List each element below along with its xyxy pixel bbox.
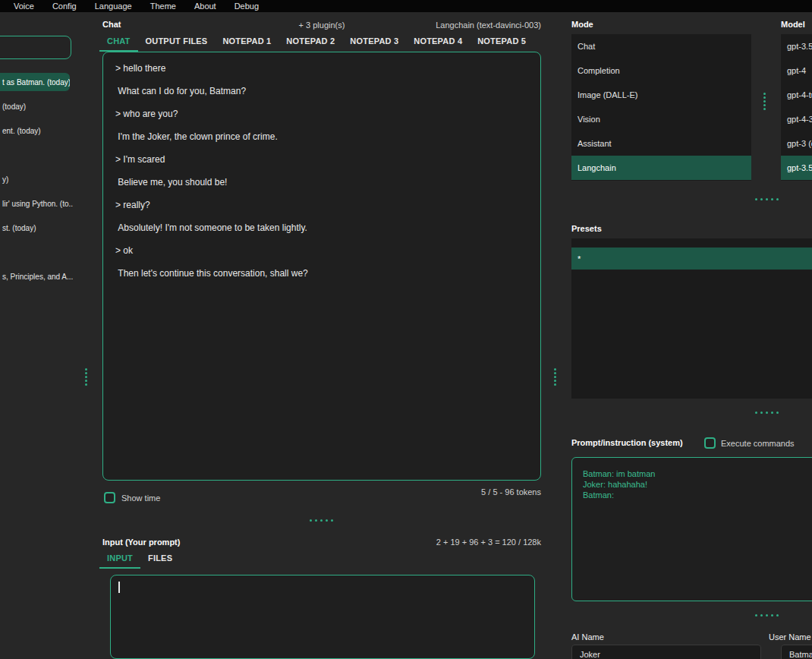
mode-section-title: Mode xyxy=(571,20,593,29)
presets-section-title: Presets xyxy=(571,224,602,233)
chat-section-title: Chat xyxy=(102,20,121,29)
chat-tabs: CHAT OUTPUT FILES NOTEPAD 1 NOTEPAD 2 NO… xyxy=(99,33,533,52)
user-name-label: User Name xyxy=(769,632,811,642)
input-tabs: INPUT FILES xyxy=(99,550,180,569)
chat-history-item[interactable] xyxy=(0,146,73,164)
active-model-label: Langchain (text-davinci-003) xyxy=(389,20,541,30)
tab-notepad-2[interactable]: NOTEPAD 2 xyxy=(279,33,342,52)
tab-chat[interactable]: CHAT xyxy=(99,33,138,52)
ai-name-input[interactable] xyxy=(571,645,761,659)
mode-item-assistant[interactable]: Assistant xyxy=(571,131,751,156)
tab-notepad-4[interactable]: NOTEPAD 4 xyxy=(406,33,470,52)
chat-output: > hello there What can I do for you, Bat… xyxy=(102,52,541,481)
model-list: gpt-3.5 gpt-4 gpt-4-tu gpt-4-3 gpt-3 (d … xyxy=(781,34,812,181)
chat-history-item[interactable] xyxy=(0,243,73,261)
preset-item[interactable]: * xyxy=(571,248,812,270)
input-section-title: Input (Your prompt) xyxy=(102,538,180,547)
chat-message: > who are you? xyxy=(115,102,528,125)
model-item[interactable]: gpt-3 (d xyxy=(781,131,812,156)
menu-item-theme[interactable]: Theme xyxy=(141,2,185,11)
main-splitter-handle-icon[interactable] xyxy=(554,368,556,386)
menu-item-voice[interactable]: Voice xyxy=(5,2,43,11)
menu-item-about[interactable]: About xyxy=(185,2,225,11)
mode-item-vision[interactable]: Vision xyxy=(571,107,751,131)
mode-list: Chat Completion Image (DALL-E) Vision As… xyxy=(571,34,751,181)
chat-history-item[interactable]: (today) xyxy=(0,97,73,115)
chat-message: I'm the Joker, the clown prince of crime… xyxy=(115,125,528,148)
menu-item-debug[interactable]: Debug xyxy=(225,2,268,11)
model-item[interactable]: gpt-3.5 xyxy=(781,156,812,180)
sidebar-splitter-handle-icon[interactable] xyxy=(85,368,87,386)
tab-output-files[interactable]: OUTPUT FILES xyxy=(138,33,216,52)
chat-history-item[interactable]: y) xyxy=(0,170,73,188)
chat-message: Absolutely! I'm not someone to be taken … xyxy=(115,216,528,239)
model-item[interactable]: gpt-4 xyxy=(781,58,812,83)
mode-model-splitter-handle-icon[interactable] xyxy=(763,93,766,110)
menu-bar: Voice Config Language Theme About Debug xyxy=(0,0,812,12)
chat-message: Believe me, you should be! xyxy=(115,171,528,194)
chat-message: > hello there xyxy=(115,57,528,80)
presets-list: * xyxy=(571,238,812,399)
tab-files[interactable]: FILES xyxy=(140,550,180,569)
show-time-checkbox[interactable] xyxy=(104,492,115,503)
chat-message: > I'm scared xyxy=(115,148,528,171)
mode-item-completion[interactable]: Completion xyxy=(571,58,751,83)
tab-notepad-1[interactable]: NOTEPAD 1 xyxy=(215,33,279,52)
chat-history-item[interactable]: lir' using Python. (to... xyxy=(0,194,73,213)
presets-prompt-splitter-handle-icon[interactable] xyxy=(755,411,779,414)
execute-commands-label: Execute commands xyxy=(721,439,795,448)
chat-message: > really? xyxy=(115,194,528,216)
mode-presets-splitter-handle-icon[interactable] xyxy=(755,198,779,200)
chat-message: > ok xyxy=(115,239,528,262)
tab-notepad-5[interactable]: NOTEPAD 5 xyxy=(470,33,533,52)
prompt-section-title: Prompt/instruction (system) xyxy=(571,438,683,447)
output-input-splitter-handle-icon[interactable] xyxy=(310,519,333,522)
prompt-names-splitter-handle-icon[interactable] xyxy=(755,614,779,616)
chat-history-item[interactable]: st. (today) xyxy=(0,219,73,237)
text-caret xyxy=(118,582,120,593)
model-item[interactable]: gpt-4-tu xyxy=(781,83,812,107)
plugins-count-label: + 3 plugin(s) xyxy=(284,20,360,30)
menu-item-config[interactable]: Config xyxy=(43,2,86,11)
chat-history-item[interactable]: t as Batman. (today) xyxy=(0,73,70,91)
chat-history-item[interactable]: s, Principles, and A... xyxy=(0,267,73,285)
model-section-title: Model xyxy=(781,20,805,29)
mode-item-image-dalle[interactable]: Image (DALL-E) xyxy=(571,83,751,107)
sidebar-search-input[interactable] xyxy=(0,36,71,59)
model-item[interactable]: gpt-3.5 xyxy=(781,34,812,58)
ai-name-label: AI Name xyxy=(571,632,604,642)
output-token-counter: 5 / 5 - 96 tokens xyxy=(389,487,541,497)
chat-history-item[interactable]: ent. (today) xyxy=(0,121,73,140)
menu-item-language[interactable]: Language xyxy=(86,2,141,11)
input-token-counter: 2 + 19 + 96 + 3 = 120 / 128k xyxy=(351,538,541,547)
mode-item-langchain[interactable]: Langchain xyxy=(571,156,751,180)
tab-notepad-3[interactable]: NOTEPAD 3 xyxy=(342,33,406,52)
tab-input[interactable]: INPUT xyxy=(99,550,140,569)
chat-message: What can I do for you, Batman? xyxy=(115,80,528,102)
chat-message: Then let's continue this conversation, s… xyxy=(115,262,528,285)
mode-item-chat[interactable]: Chat xyxy=(571,34,751,58)
prompt-input[interactable] xyxy=(110,575,535,659)
show-time-label: Show time xyxy=(121,493,160,503)
system-prompt-input[interactable]: Batman: im batman Joker: hahahaha! Batma… xyxy=(571,457,812,601)
execute-commands-checkbox[interactable] xyxy=(704,437,716,449)
user-name-input[interactable] xyxy=(781,645,812,659)
model-item[interactable]: gpt-4-3 xyxy=(781,107,812,131)
